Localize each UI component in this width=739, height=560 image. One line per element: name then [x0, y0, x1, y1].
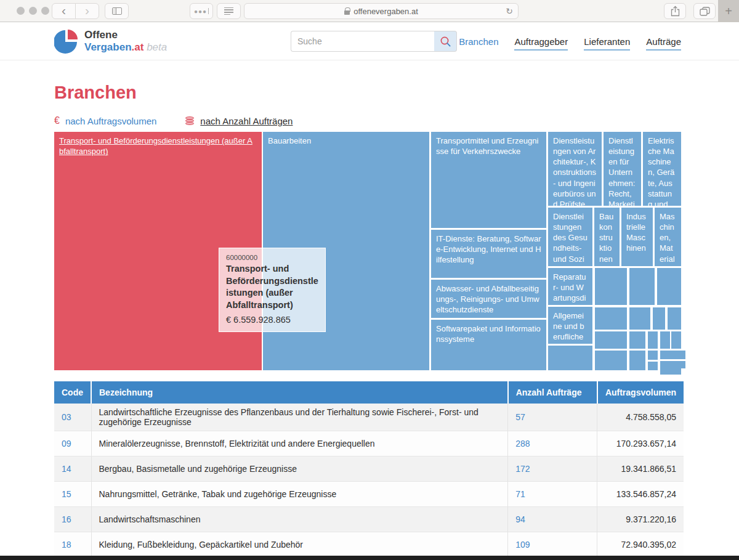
nav-item-auftraggeber[interactable]: Auftraggeber: [514, 36, 568, 51]
treemap-cell-label: Dienstleistungen des Gesundheits- und So…: [553, 212, 588, 264]
treemap-cell[interactable]: [657, 268, 681, 305]
row-code-link[interactable]: 03: [54, 404, 91, 431]
screen-bottom-edge: [0, 556, 739, 560]
lock-icon: [344, 10, 350, 15]
treemap-cell[interactable]: Softwarepaket und Informationssysteme: [431, 320, 546, 370]
treemap-cell[interactable]: [548, 346, 592, 370]
chevron-left-icon: ‹: [62, 4, 66, 17]
treemap-cell[interactable]: [648, 362, 658, 370]
main-content: Branchen € nach Auftragsvolumen nach Anz…: [0, 83, 739, 558]
view-link-volume[interactable]: € nach Auftragsvolumen: [54, 115, 156, 126]
treemap-cell[interactable]: Abwasser- und Abfallbeseitigungs-, Reini…: [431, 280, 546, 318]
share-icon: [671, 6, 680, 17]
tab-overview-button[interactable]: [693, 3, 716, 19]
treemap-cell[interactable]: [676, 351, 685, 359]
address-text: offenevergaben.at: [353, 7, 418, 16]
address-bar[interactable]: offenevergaben.at ↻: [244, 3, 519, 19]
search-icon: [440, 36, 451, 47]
treemap-cell[interactable]: IT-Dienste: Beratung, Software-Entwicklu…: [431, 230, 546, 278]
table-row: 14Bergbau, Basismetalle und zugehörige E…: [54, 457, 684, 482]
window-close-button[interactable]: [17, 7, 25, 15]
row-name: Landwirtschaftsmaschinen: [91, 507, 508, 532]
treemap-cell[interactable]: [629, 268, 655, 305]
treemap-cell[interactable]: Baukonstruktionen und Bausto: [594, 208, 620, 266]
treemap-cell[interactable]: [629, 307, 650, 330]
logo-line1: Offene: [84, 29, 167, 41]
pie-chart-logo-icon: [54, 29, 79, 54]
sidebar-toggle-button[interactable]: [105, 3, 129, 19]
nav-item-lieferanten[interactable]: Lieferanten: [584, 36, 630, 51]
row-volume: 133.546.857,24: [597, 482, 684, 507]
row-name: Landwirtschaftliche Erzeugnisse des Pfla…: [91, 404, 508, 431]
page-options-button[interactable]: ●●●: [190, 3, 213, 19]
row-count-link[interactable]: 109: [508, 532, 597, 558]
treemap-cell[interactable]: Elektrische Maschinen, Geräte, Ausstattu…: [643, 132, 681, 206]
col-header-anzahl: Anzahl Aufträge: [508, 381, 597, 404]
back-button[interactable]: ‹: [52, 3, 76, 19]
search-input[interactable]: [291, 31, 434, 52]
treemap-cell-label: Abwasser- und Abfallbeseitigungs-, Reini…: [436, 284, 539, 314]
nav-item-auftraege[interactable]: Aufträge: [646, 36, 681, 51]
row-code-link[interactable]: 18: [54, 532, 91, 558]
nav-item-branchen[interactable]: Branchen: [459, 36, 498, 51]
treemap-cell[interactable]: [660, 367, 681, 375]
tabs-icon: [700, 7, 710, 16]
row-count-link[interactable]: 172: [508, 457, 597, 482]
row-code-link[interactable]: 14: [54, 457, 91, 482]
row-name: Mineralölerzeugnisse, Brennstoff, Elektr…: [91, 431, 508, 457]
treemap-cell[interactable]: [660, 331, 670, 349]
window-zoom-button[interactable]: [41, 7, 49, 15]
main-nav: Branchen Auftraggeber Lieferanten Aufträ…: [459, 36, 681, 51]
treemap-cell[interactable]: [653, 307, 665, 330]
treemap-cell[interactable]: [648, 331, 658, 349]
browser-toolbar: ‹ › ●●● offenevergaben.at ↻ +: [0, 0, 739, 22]
treemap-cell[interactable]: Dienstleistungen des Gesundheits- und So…: [548, 208, 592, 266]
new-tab-button[interactable]: +: [718, 0, 739, 22]
treemap-cell-label: Elektrische Maschinen, Geräte, Ausstattu…: [648, 136, 674, 206]
treemap-cell[interactable]: [671, 331, 681, 349]
reader-icon: [224, 6, 233, 17]
treemap-cell[interactable]: [595, 307, 627, 330]
treemap-cell[interactable]: [648, 351, 658, 360]
table-row: 18Kleidung, Fußbekleidung, Gepäckartikel…: [54, 532, 684, 558]
treemap-cell[interactable]: Dienstleistungen für Unternehmen: Recht,…: [604, 132, 641, 206]
euro-icon: €: [54, 115, 60, 126]
share-button[interactable]: [664, 3, 686, 19]
treemap-cell[interactable]: [668, 307, 681, 330]
row-count-link[interactable]: 71: [508, 482, 597, 507]
treemap-cell[interactable]: [595, 331, 627, 349]
table-header: Code Bezeichnung Anzahl Aufträge Auftrag…: [54, 381, 684, 404]
table-body: 03Landwirtschaftliche Erzeugnisse des Pf…: [54, 404, 684, 558]
reader-button[interactable]: [217, 3, 241, 19]
treemap-cell-label: Industrielle Maschinen: [626, 212, 646, 253]
search-button[interactable]: [434, 31, 457, 52]
row-count-link[interactable]: 288: [508, 431, 597, 457]
row-code-link[interactable]: 09: [54, 431, 91, 457]
row-volume: 9.371.220,16: [597, 507, 684, 532]
row-code-link[interactable]: 15: [54, 482, 91, 507]
view-link-count-label: nach Anzahl Aufträgen: [200, 116, 293, 126]
reload-icon[interactable]: ↻: [506, 6, 513, 16]
treemap-cell[interactable]: Allgemeine und berufliche Bil: [548, 307, 592, 344]
row-count-link[interactable]: 94: [508, 507, 597, 532]
treemap-cell-label: Transport- und Beförderungsdienstleistun…: [59, 136, 252, 156]
window-minimize-button[interactable]: [29, 7, 37, 15]
treemap-cell[interactable]: [595, 268, 627, 305]
treemap-cell[interactable]: [629, 351, 645, 370]
site-logo[interactable]: Offene Vergaben.at beta: [54, 29, 167, 54]
row-code-link[interactable]: 16: [54, 507, 91, 532]
treemap-cell[interactable]: Dienstleistungen von Architektur-, Konst…: [548, 132, 602, 206]
treemap-cell[interactable]: Reparatur- und Wartungsdien: [548, 268, 592, 305]
view-link-count[interactable]: nach Anzahl Aufträgen: [185, 116, 293, 126]
treemap-cell[interactable]: [629, 331, 645, 349]
forward-button[interactable]: ›: [75, 3, 99, 19]
treemap-cell[interactable]: Transportmittel und Erzeugnisse für Verk…: [431, 132, 546, 228]
row-count-link[interactable]: 57: [508, 404, 597, 431]
table-row: 15Nahrungsmittel, Getränke, Tabak und zu…: [54, 482, 684, 507]
treemap-cell[interactable]: Maschinen, Material und: [655, 208, 681, 266]
treemap-cell[interactable]: Industrielle Maschinen: [621, 208, 653, 266]
treemap-cell-label: Dienstleistungen von Architektur-, Konst…: [553, 136, 596, 206]
page-title: Branchen: [54, 83, 739, 103]
treemap-cell-label: Softwarepaket und Informationssysteme: [436, 324, 541, 344]
treemap-cell[interactable]: [595, 351, 627, 370]
